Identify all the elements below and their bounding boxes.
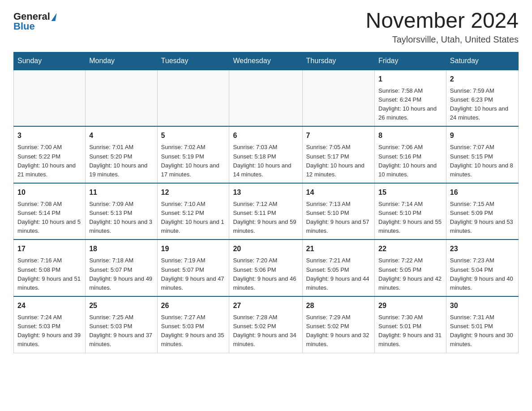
calendar-cell: 23Sunrise: 7:23 AM Sunset: 5:04 PM Dayli… <box>446 240 518 296</box>
day-number: 18 <box>89 244 153 254</box>
calendar-cell: 11Sunrise: 7:09 AM Sunset: 5:13 PM Dayli… <box>86 183 157 240</box>
day-number: 14 <box>306 187 371 198</box>
calendar-cell <box>14 70 86 127</box>
day-number: 11 <box>89 187 153 198</box>
calendar-cell <box>229 70 302 127</box>
day-info: Sunrise: 7:01 AM Sunset: 5:20 PM Dayligh… <box>89 143 153 179</box>
calendar-header-row: SundayMondayTuesdayWednesdayThursdayFrid… <box>14 52 519 70</box>
day-number: 22 <box>378 244 442 254</box>
calendar-cell: 9Sunrise: 7:07 AM Sunset: 5:15 PM Daylig… <box>446 126 518 183</box>
day-info: Sunrise: 7:09 AM Sunset: 5:13 PM Dayligh… <box>89 200 153 236</box>
day-number: 4 <box>89 130 153 141</box>
calendar-cell: 26Sunrise: 7:27 AM Sunset: 5:03 PM Dayli… <box>157 296 229 353</box>
day-info: Sunrise: 7:16 AM Sunset: 5:08 PM Dayligh… <box>17 256 82 292</box>
logo-general-text: General <box>13 12 50 21</box>
calendar-cell: 7Sunrise: 7:05 AM Sunset: 5:17 PM Daylig… <box>302 126 374 183</box>
day-number: 12 <box>161 187 226 198</box>
week-row-5: 24Sunrise: 7:24 AM Sunset: 5:03 PM Dayli… <box>14 296 519 353</box>
day-number: 24 <box>17 300 82 311</box>
calendar-cell: 19Sunrise: 7:19 AM Sunset: 5:07 PM Dayli… <box>157 240 229 296</box>
day-number: 16 <box>450 187 515 198</box>
day-number: 21 <box>306 244 371 254</box>
day-info: Sunrise: 7:23 AM Sunset: 5:04 PM Dayligh… <box>450 256 515 292</box>
header-thursday: Thursday <box>302 52 374 70</box>
day-number: 8 <box>378 130 442 141</box>
day-info: Sunrise: 7:02 AM Sunset: 5:19 PM Dayligh… <box>161 143 226 179</box>
day-number: 15 <box>378 187 442 198</box>
day-number: 28 <box>306 300 371 311</box>
calendar-cell: 28Sunrise: 7:29 AM Sunset: 5:02 PM Dayli… <box>302 296 374 353</box>
calendar-cell: 3Sunrise: 7:00 AM Sunset: 5:22 PM Daylig… <box>14 126 86 183</box>
day-number: 1 <box>378 74 442 85</box>
logo: General Blue <box>13 9 56 31</box>
day-info: Sunrise: 7:13 AM Sunset: 5:10 PM Dayligh… <box>306 200 371 236</box>
day-info: Sunrise: 7:22 AM Sunset: 5:05 PM Dayligh… <box>378 256 442 292</box>
calendar-cell: 10Sunrise: 7:08 AM Sunset: 5:14 PM Dayli… <box>14 183 86 240</box>
title-area: November 2024 Taylorsville, Utah, United… <box>365 9 519 45</box>
calendar-cell: 6Sunrise: 7:03 AM Sunset: 5:18 PM Daylig… <box>229 126 302 183</box>
header: General Blue November 2024 Taylorsville,… <box>13 9 519 45</box>
header-friday: Friday <box>375 52 446 70</box>
day-number: 5 <box>161 130 226 141</box>
header-wednesday: Wednesday <box>229 52 302 70</box>
day-info: Sunrise: 7:08 AM Sunset: 5:14 PM Dayligh… <box>17 200 82 236</box>
day-info: Sunrise: 7:12 AM Sunset: 5:11 PM Dayligh… <box>233 200 298 236</box>
calendar-cell: 8Sunrise: 7:06 AM Sunset: 5:16 PM Daylig… <box>375 126 446 183</box>
day-number: 29 <box>378 300 442 311</box>
day-number: 19 <box>161 244 226 254</box>
calendar-cell: 24Sunrise: 7:24 AM Sunset: 5:03 PM Dayli… <box>14 296 86 353</box>
logo-blue-text: Blue <box>13 21 35 31</box>
day-number: 27 <box>233 300 298 311</box>
header-tuesday: Tuesday <box>157 52 229 70</box>
day-info: Sunrise: 7:25 AM Sunset: 5:03 PM Dayligh… <box>89 313 153 349</box>
day-number: 20 <box>233 244 298 254</box>
calendar-cell: 1Sunrise: 7:58 AM Sunset: 6:24 PM Daylig… <box>375 70 446 127</box>
calendar-cell: 17Sunrise: 7:16 AM Sunset: 5:08 PM Dayli… <box>14 240 86 296</box>
day-info: Sunrise: 7:24 AM Sunset: 5:03 PM Dayligh… <box>17 313 82 349</box>
day-info: Sunrise: 7:59 AM Sunset: 6:23 PM Dayligh… <box>450 86 515 123</box>
day-info: Sunrise: 7:30 AM Sunset: 5:01 PM Dayligh… <box>378 313 442 349</box>
week-row-2: 3Sunrise: 7:00 AM Sunset: 5:22 PM Daylig… <box>14 126 519 183</box>
week-row-3: 10Sunrise: 7:08 AM Sunset: 5:14 PM Dayli… <box>14 183 519 240</box>
calendar-cell: 5Sunrise: 7:02 AM Sunset: 5:19 PM Daylig… <box>157 126 229 183</box>
calendar-cell: 13Sunrise: 7:12 AM Sunset: 5:11 PM Dayli… <box>229 183 302 240</box>
day-info: Sunrise: 7:10 AM Sunset: 5:12 PM Dayligh… <box>161 200 226 236</box>
day-number: 2 <box>450 74 515 85</box>
header-monday: Monday <box>86 52 157 70</box>
week-row-1: 1Sunrise: 7:58 AM Sunset: 6:24 PM Daylig… <box>14 70 519 127</box>
day-info: Sunrise: 7:03 AM Sunset: 5:18 PM Dayligh… <box>233 143 298 179</box>
day-info: Sunrise: 7:00 AM Sunset: 5:22 PM Dayligh… <box>17 143 82 179</box>
day-number: 13 <box>233 187 298 198</box>
day-info: Sunrise: 7:20 AM Sunset: 5:06 PM Dayligh… <box>233 256 298 292</box>
calendar-cell: 25Sunrise: 7:25 AM Sunset: 5:03 PM Dayli… <box>86 296 157 353</box>
day-info: Sunrise: 7:28 AM Sunset: 5:02 PM Dayligh… <box>233 313 298 349</box>
month-title: November 2024 <box>365 9 519 33</box>
day-info: Sunrise: 7:06 AM Sunset: 5:16 PM Dayligh… <box>378 143 442 179</box>
day-number: 10 <box>17 187 82 198</box>
day-info: Sunrise: 7:07 AM Sunset: 5:15 PM Dayligh… <box>450 143 515 179</box>
calendar-cell: 27Sunrise: 7:28 AM Sunset: 5:02 PM Dayli… <box>229 296 302 353</box>
calendar-cell: 16Sunrise: 7:15 AM Sunset: 5:09 PM Dayli… <box>446 183 518 240</box>
day-number: 30 <box>450 300 515 311</box>
day-info: Sunrise: 7:14 AM Sunset: 5:10 PM Dayligh… <box>378 200 442 236</box>
calendar-cell: 20Sunrise: 7:20 AM Sunset: 5:06 PM Dayli… <box>229 240 302 296</box>
week-row-4: 17Sunrise: 7:16 AM Sunset: 5:08 PM Dayli… <box>14 240 519 296</box>
calendar-cell: 29Sunrise: 7:30 AM Sunset: 5:01 PM Dayli… <box>375 296 446 353</box>
calendar-cell: 12Sunrise: 7:10 AM Sunset: 5:12 PM Dayli… <box>157 183 229 240</box>
calendar-cell: 18Sunrise: 7:18 AM Sunset: 5:07 PM Dayli… <box>86 240 157 296</box>
day-number: 25 <box>89 300 153 311</box>
day-info: Sunrise: 7:19 AM Sunset: 5:07 PM Dayligh… <box>161 256 226 292</box>
day-info: Sunrise: 7:18 AM Sunset: 5:07 PM Dayligh… <box>89 256 153 292</box>
day-info: Sunrise: 7:29 AM Sunset: 5:02 PM Dayligh… <box>306 313 371 349</box>
day-info: Sunrise: 7:31 AM Sunset: 5:01 PM Dayligh… <box>450 313 515 349</box>
header-saturday: Saturday <box>446 52 518 70</box>
day-number: 17 <box>17 244 82 254</box>
day-info: Sunrise: 7:58 AM Sunset: 6:24 PM Dayligh… <box>378 86 442 123</box>
header-sunday: Sunday <box>14 52 86 70</box>
calendar-cell: 14Sunrise: 7:13 AM Sunset: 5:10 PM Dayli… <box>302 183 374 240</box>
calendar-cell <box>157 70 229 127</box>
day-number: 7 <box>306 130 371 141</box>
day-number: 3 <box>17 130 82 141</box>
day-number: 6 <box>233 130 298 141</box>
day-info: Sunrise: 7:15 AM Sunset: 5:09 PM Dayligh… <box>450 200 515 236</box>
